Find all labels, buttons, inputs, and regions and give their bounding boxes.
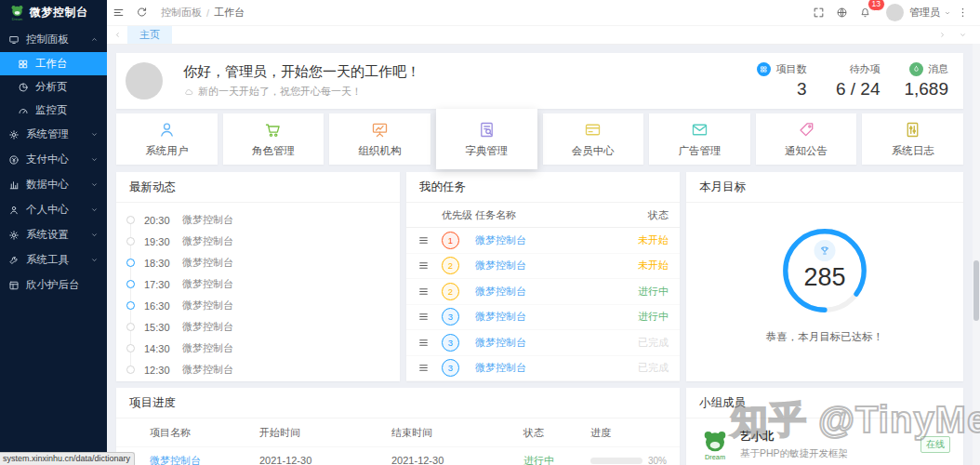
tab-scroll-left-icon[interactable] <box>107 25 127 44</box>
chevron-down-icon <box>90 206 99 214</box>
timeline-time: 16:30 <box>144 300 176 312</box>
user-menu[interactable]: 管理员 <box>909 6 951 20</box>
scrollbar-thumb[interactable] <box>973 260 979 321</box>
col-status: 状态 <box>615 208 669 222</box>
timeline-item[interactable]: 15:30 微梦控制台 <box>116 316 400 338</box>
sidebar-item[interactable]: 监控页 <box>0 99 107 122</box>
sidebar-item-label: 工作台 <box>35 57 68 71</box>
drag-handle-icon[interactable] <box>417 234 430 246</box>
main-content: 你好，管理员，开始您一天的工作吧！ 新的一天开始了，祝您开心每一天！ 项目数 3… <box>107 44 973 465</box>
timeline-item[interactable]: 20:30 微梦控制台 <box>116 209 400 231</box>
drag-handle-icon[interactable] <box>417 286 430 298</box>
timeline-text: 微梦控制台 <box>182 363 233 377</box>
sidebar-item-label: 分析页 <box>35 80 68 94</box>
shortcut-tags[interactable]: 通知公告 <box>756 113 857 165</box>
app-logo[interactable]: Dream 微梦控制台 <box>0 0 107 25</box>
chevron-down-icon <box>944 9 951 17</box>
member-avatar-dream-logo: Dream <box>699 428 731 461</box>
analysis-icon <box>18 82 29 93</box>
message-icon <box>909 62 923 76</box>
task-name-link[interactable]: 微梦控制台 <box>475 285 615 299</box>
timeline-text: 微梦控制台 <box>182 256 233 270</box>
task-row[interactable]: 2 微梦控制台 进行中 <box>406 279 680 305</box>
task-status: 进行中 <box>615 285 669 299</box>
shortcut-label: 广告管理 <box>678 144 721 158</box>
sidebar-item[interactable]: 工作台 <box>0 52 107 75</box>
timeline-item[interactable]: 18:30 微梦控制台 <box>116 252 400 273</box>
task-name-link[interactable]: 微梦控制台 <box>475 233 615 247</box>
more-options-icon[interactable] <box>951 0 974 25</box>
task-row[interactable]: 3 微梦控制台 已完成 <box>406 330 680 356</box>
language-globe-icon[interactable] <box>830 0 854 25</box>
user-avatar[interactable] <box>886 4 904 21</box>
data-icon <box>8 179 20 191</box>
shortcut-user[interactable]: 系统用户 <box>116 113 218 165</box>
drag-handle-icon[interactable] <box>417 259 430 272</box>
sidebar-item[interactable]: 系统设置 <box>0 222 107 247</box>
gear-icon <box>8 129 20 140</box>
task-row[interactable]: 1 微梦控制台 未开始 <box>406 228 680 254</box>
sidebar-item[interactable]: 个人中心 <box>0 197 107 222</box>
drag-handle-icon[interactable] <box>417 311 430 323</box>
greeting-stats: 项目数 3 待办项 6 / 24 消息 1,689 <box>757 62 948 100</box>
shortcut-sliders[interactable]: 系统日志 <box>862 113 963 165</box>
sidebar-item[interactable]: 控制面板 <box>0 27 107 52</box>
task-status: 已完成 <box>615 361 669 375</box>
breadcrumb-item-current: 工作台 <box>214 6 245 20</box>
task-name-link[interactable]: 微梦控制台 <box>475 361 615 375</box>
task-name-link[interactable]: 微梦控制台 <box>475 310 615 324</box>
task-row[interactable]: 3 微梦控制台 已完成 <box>406 356 680 382</box>
sidebar-item-label: 控制面板 <box>26 33 69 46</box>
tab-scroll-right-icon[interactable] <box>932 25 952 44</box>
panel-title: 最新动态 <box>116 172 400 203</box>
goal-progress-ring: 285 <box>780 226 869 315</box>
drag-handle-icon[interactable] <box>417 362 430 374</box>
task-name-link[interactable]: 微梦控制台 <box>475 336 615 350</box>
breadcrumb-item[interactable]: 控制面板 <box>161 6 202 20</box>
monthly-goal-panel: 本月目标 285 恭喜，本月目标已达标！ <box>686 172 963 381</box>
sidebar-item[interactable]: 支付中心 <box>0 147 107 172</box>
task-row[interactable]: 3 微梦控制台 进行中 <box>406 305 680 331</box>
app-icon <box>8 280 20 291</box>
sidebar-menu: 控制面板 工作台 分析页 监控页 系统管理 支付中心 数据中心 个人中心 系统设… <box>0 25 107 298</box>
main-scrollbar[interactable] <box>973 44 980 465</box>
task-row[interactable]: 2 微梦控制台 未开始 <box>406 254 680 280</box>
sidebar-item-label: 欣小护后台 <box>26 278 80 292</box>
notifications-bell-icon[interactable]: 13 <box>854 0 877 25</box>
tab-home[interactable]: 主页 <box>127 25 172 44</box>
shortcut-cart[interactable]: 角色管理 <box>223 113 324 165</box>
sidebar-item[interactable]: 数据中心 <box>0 172 107 197</box>
sidebar-item[interactable]: 分析页 <box>0 75 107 99</box>
board-icon <box>370 120 390 140</box>
drag-handle-icon[interactable] <box>417 337 430 349</box>
sidebar-item[interactable]: 系统工具 <box>0 247 107 272</box>
sidebar-item[interactable]: 欣小护后台 <box>0 272 107 298</box>
fullscreen-icon[interactable] <box>807 0 830 25</box>
col-priority: 优先级 <box>442 208 475 222</box>
timeline-item[interactable]: 19:30 微梦控制台 <box>116 231 400 252</box>
timeline-item[interactable]: 16:30 微梦控制台 <box>116 295 400 316</box>
sidebar-item-label: 系统设置 <box>26 228 69 242</box>
shortcut-card[interactable]: 会员中心 <box>543 113 644 165</box>
timeline-item[interactable]: 17:30 微梦控制台 <box>116 273 400 295</box>
menu-collapse-icon[interactable] <box>107 0 130 25</box>
timeline-item[interactable]: 12:30 微梦控制台 <box>116 359 400 380</box>
chevron-down-icon <box>90 130 99 139</box>
shortcut-doc-search[interactable]: 字典管理 <box>436 109 537 169</box>
timeline-item[interactable]: 14:30 微梦控制台 <box>116 338 400 359</box>
refresh-icon[interactable] <box>130 0 153 25</box>
member-description: 基于PHP的敏捷开发框架 <box>740 447 848 460</box>
tabbar: 主页 <box>107 25 973 45</box>
project-name-link[interactable]: 微梦控制台 <box>150 454 259 465</box>
task-status: 进行中 <box>615 310 669 324</box>
tab-options-icon[interactable] <box>952 25 973 44</box>
task-name-link[interactable]: 微梦控制台 <box>475 259 615 272</box>
envelope-icon <box>690 120 709 140</box>
col-start-time: 开始时间 <box>259 426 391 440</box>
timeline-dot <box>126 237 135 246</box>
shortcut-board[interactable]: 组织机构 <box>329 113 430 165</box>
task-status: 已完成 <box>615 336 669 350</box>
shortcut-envelope[interactable]: 广告管理 <box>649 113 750 165</box>
sidebar-item[interactable]: 系统管理 <box>0 122 107 147</box>
panel-title: 我的任务 <box>406 172 680 203</box>
